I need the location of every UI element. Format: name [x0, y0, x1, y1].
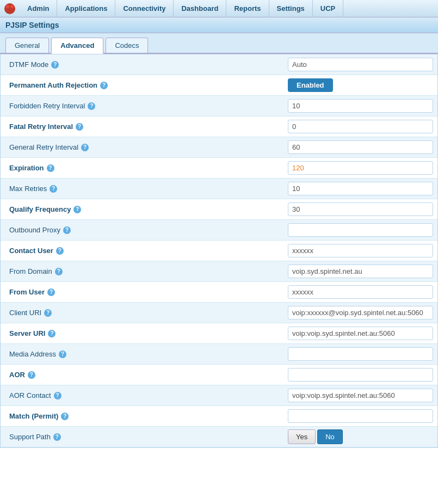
- label-qualify-frequency: Qualify Frequency ?: [1, 202, 283, 217]
- row-general-retry: General Retry Interval ?: [1, 137, 437, 158]
- nav-settings[interactable]: Settings: [269, 0, 313, 17]
- value-general-retry: [283, 138, 437, 156]
- yes-button-support-path[interactable]: Yes: [288, 429, 316, 444]
- input-from-domain[interactable]: [288, 265, 433, 278]
- input-from-user[interactable]: [288, 285, 433, 299]
- help-icon-support-path[interactable]: ?: [53, 433, 61, 441]
- value-aor-contact: [283, 386, 437, 404]
- label-general-retry: General Retry Interval ?: [1, 140, 283, 155]
- help-icon-outbound-proxy[interactable]: ?: [63, 226, 71, 234]
- label-support-path: Support Path ?: [1, 429, 283, 444]
- tab-bar: General Advanced Codecs: [0, 33, 438, 54]
- value-fatal-retry: [283, 118, 437, 136]
- input-client-uri[interactable]: [288, 306, 433, 319]
- nav-connectivity[interactable]: Connectivity: [115, 0, 174, 17]
- svg-point-2: [10, 5, 14, 8]
- input-general-retry[interactable]: [288, 140, 433, 154]
- help-icon-qualify-frequency[interactable]: ?: [73, 206, 81, 213]
- label-outbound-proxy: Outbound Proxy ?: [1, 223, 283, 237]
- value-expiration: [283, 159, 437, 177]
- tab-codecs[interactable]: Codecs: [106, 38, 148, 53]
- enabled-button-permanent-auth[interactable]: Enabled: [288, 78, 333, 92]
- help-icon-expiration[interactable]: ?: [47, 164, 54, 172]
- input-max-retries[interactable]: [288, 182, 433, 195]
- input-expiration[interactable]: [288, 161, 433, 175]
- nav-applications[interactable]: Applications: [57, 0, 115, 17]
- value-media-address: [283, 345, 437, 363]
- help-icon-client-uri[interactable]: ?: [44, 309, 52, 317]
- row-client-uri: Client URI ?: [1, 303, 437, 323]
- help-icon-fatal-retry[interactable]: ?: [76, 123, 83, 131]
- form-area: DTMF Mode ? Permanent Auth Rejection ? E…: [0, 54, 438, 448]
- label-max-retries: Max Retries ?: [1, 181, 283, 196]
- label-client-uri: Client URI ?: [1, 305, 283, 320]
- row-server-uri: Server URI ?: [1, 323, 437, 344]
- input-forbidden-retry[interactable]: [288, 99, 433, 113]
- row-contact-user: Contact User ?: [1, 241, 437, 261]
- input-outbound-proxy[interactable]: [288, 223, 433, 237]
- label-dtmf-mode: DTMF Mode ?: [1, 57, 283, 72]
- help-icon-dtmf[interactable]: ?: [51, 61, 59, 69]
- input-fatal-retry[interactable]: [288, 120, 433, 133]
- row-dtmf-mode: DTMF Mode ?: [1, 54, 437, 75]
- row-permanent-auth: Permanent Auth Rejection ? Enabled: [1, 75, 437, 96]
- help-icon-aor-contact[interactable]: ?: [54, 392, 61, 399]
- nav-dashboard[interactable]: Dashboard: [174, 0, 226, 17]
- top-navigation: Admin Applications Connectivity Dashboar…: [0, 0, 438, 17]
- help-icon-match-permit[interactable]: ?: [61, 413, 69, 420]
- value-client-uri: [283, 304, 437, 322]
- help-icon-contact-user[interactable]: ?: [56, 247, 64, 255]
- help-icon-aor[interactable]: ?: [28, 371, 35, 379]
- value-permanent-auth: Enabled: [283, 76, 437, 94]
- label-aor: AOR ?: [1, 367, 283, 382]
- tab-advanced[interactable]: Advanced: [51, 38, 103, 54]
- input-server-uri[interactable]: [288, 327, 433, 340]
- value-support-path: Yes No: [283, 427, 437, 446]
- label-from-user: From User ?: [1, 285, 283, 299]
- nav-reports[interactable]: Reports: [226, 0, 269, 17]
- svg-point-0: [4, 3, 15, 14]
- no-button-support-path[interactable]: No: [317, 429, 343, 444]
- row-aor: AOR ?: [1, 365, 437, 385]
- value-max-retries: [283, 180, 437, 198]
- input-aor[interactable]: [288, 368, 433, 382]
- input-contact-user[interactable]: [288, 244, 433, 257]
- help-icon-from-user[interactable]: ?: [47, 288, 55, 296]
- row-match-permit: Match (Permit) ?: [1, 406, 437, 427]
- input-qualify-frequency[interactable]: [288, 202, 433, 216]
- help-icon-permanent-auth[interactable]: ?: [100, 82, 108, 89]
- row-support-path: Support Path ? Yes No: [1, 427, 437, 447]
- help-icon-max-retries[interactable]: ?: [50, 185, 57, 193]
- row-qualify-frequency: Qualify Frequency ?: [1, 199, 437, 220]
- input-dtmf-mode[interactable]: [288, 58, 433, 71]
- value-dtmf-mode: [283, 56, 437, 73]
- label-media-address: Media Address ?: [1, 347, 283, 361]
- page-title: PJSIP Settings: [0, 17, 438, 33]
- value-contact-user: [283, 242, 437, 260]
- help-icon-server-uri[interactable]: ?: [48, 330, 55, 337]
- help-icon-general-retry[interactable]: ?: [81, 144, 89, 151]
- label-fatal-retry: Fatal Retry Interval ?: [1, 119, 283, 134]
- label-contact-user: Contact User ?: [1, 243, 283, 258]
- help-icon-from-domain[interactable]: ?: [55, 268, 63, 275]
- label-from-domain: From Domain ?: [1, 264, 283, 279]
- value-match-permit: [283, 407, 437, 425]
- row-forbidden-retry: Forbidden Retry Interval ?: [1, 96, 437, 116]
- value-qualify-frequency: [283, 200, 437, 218]
- label-aor-contact: AOR Contact ?: [1, 388, 283, 403]
- input-media-address[interactable]: [288, 347, 433, 361]
- help-icon-media-address[interactable]: ?: [59, 351, 66, 358]
- input-aor-contact[interactable]: [288, 389, 433, 402]
- tab-general[interactable]: General: [5, 38, 49, 53]
- help-icon-forbidden-retry[interactable]: ?: [88, 102, 95, 110]
- value-from-user: [283, 283, 437, 301]
- row-fatal-retry: Fatal Retry Interval ?: [1, 116, 437, 137]
- row-from-user: From User ?: [1, 282, 437, 303]
- nav-admin[interactable]: Admin: [20, 0, 57, 17]
- label-match-permit: Match (Permit) ?: [1, 409, 283, 423]
- label-expiration: Expiration ?: [1, 161, 283, 175]
- label-forbidden-retry: Forbidden Retry Interval ?: [1, 99, 283, 113]
- input-match-permit[interactable]: [288, 409, 433, 423]
- nav-ucp[interactable]: UCP: [313, 0, 343, 17]
- row-aor-contact: AOR Contact ?: [1, 385, 437, 406]
